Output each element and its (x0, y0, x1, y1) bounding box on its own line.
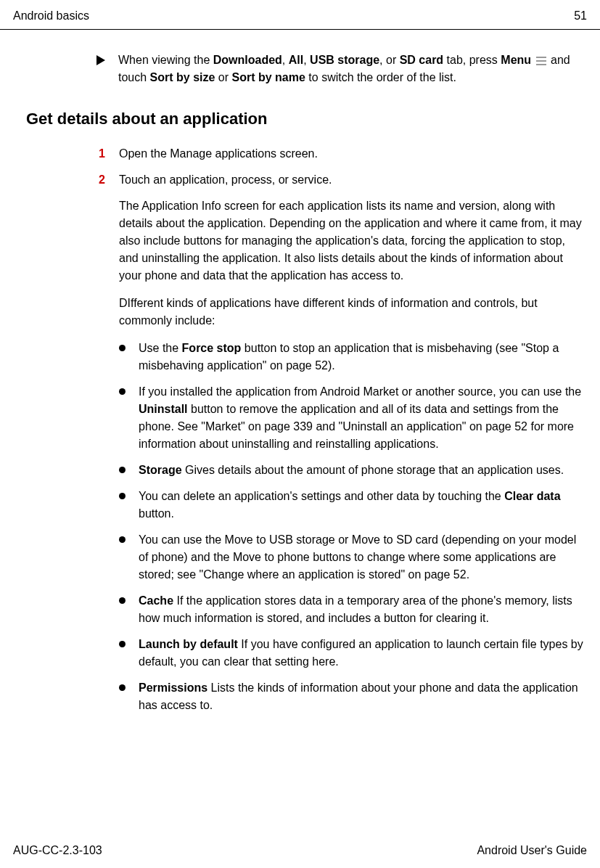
bullet-icon (119, 467, 126, 473)
text: If the application stores data in a temp… (139, 594, 572, 624)
bold-text: Storage (139, 464, 182, 476)
step-number: 1 (99, 145, 119, 163)
page-header: Android basics 51 (0, 0, 600, 30)
page-content: When viewing the Downloaded, All, USB st… (0, 30, 600, 714)
header-section: Android basics (13, 7, 89, 25)
text: to switch the order of the list. (305, 71, 456, 83)
tip-item: When viewing the Downloaded, All, USB st… (96, 52, 587, 86)
bullet-text: Cache If the application stores data in … (139, 592, 587, 627)
text: You can delete an application's settings… (139, 490, 504, 502)
text: , (282, 54, 289, 66)
step-1: 1 Open the Manage applications screen. (99, 145, 587, 163)
bold-text: SD card (400, 54, 443, 66)
text: , or (379, 54, 400, 66)
list-item: Storage Gives details about the amount o… (119, 462, 587, 479)
bullet-text: Use the Force stop button to stop an app… (139, 340, 587, 374)
bold-text: Sort by size (150, 71, 215, 83)
step-text: Open the Manage applications screen. (119, 145, 587, 163)
section-heading: Get details about an application (26, 107, 587, 131)
text: If you installed the application from An… (139, 385, 581, 398)
list-item: Launch by default If you have configured… (119, 636, 587, 671)
text: tab, press (443, 54, 501, 66)
bold-text: Downloaded (213, 54, 282, 66)
text: When viewing the (118, 54, 213, 66)
tip-text: When viewing the Downloaded, All, USB st… (118, 52, 587, 86)
paragraph: The Application Info screen for each app… (119, 197, 587, 284)
text: button. (139, 507, 174, 520)
bold-text: All (289, 54, 303, 66)
bullet-icon (119, 536, 126, 543)
bold-text: Launch by default (139, 638, 238, 650)
bold-text: Permissions (139, 681, 207, 694)
bullet-text: Storage Gives details about the amount o… (139, 462, 587, 479)
bullet-text: Permissions Lists the kinds of informati… (139, 679, 587, 714)
bold-text: Force stop (182, 342, 242, 354)
text: Use the (139, 342, 182, 354)
page-number: 51 (574, 7, 587, 25)
bullet-icon (119, 493, 126, 499)
bullet-icon (119, 684, 126, 691)
bold-text: Sort by name (232, 71, 305, 83)
list-item: You can use the Move to USB storage or M… (119, 531, 587, 584)
paragraph: DIfferent kinds of applications have dif… (119, 295, 587, 329)
list-item: Cache If the application stores data in … (119, 592, 587, 627)
menu-icon (536, 57, 546, 65)
step-number: 2 (99, 171, 119, 189)
list-item: If you installed the application from An… (119, 383, 587, 453)
bullet-icon (119, 388, 126, 395)
list-item: You can delete an application's settings… (119, 488, 587, 523)
bullet-text: If you installed the application from An… (139, 383, 587, 453)
text: , (303, 54, 310, 66)
step-2: 2 Touch an application, process, or serv… (99, 171, 587, 189)
bold-text: USB storage (310, 54, 379, 66)
bullet-text: You can use the Move to USB storage or M… (139, 531, 587, 584)
bold-text: Uninstall (139, 403, 188, 415)
page-footer: AUG-CC-2.3-103 Android User's Guide (13, 842, 587, 859)
bold-text: Clear data (504, 490, 560, 502)
bullet-text: Launch by default If you have configured… (139, 636, 587, 671)
text: You can use the Move to USB storage or M… (139, 533, 576, 581)
list-item: Use the Force stop button to stop an app… (119, 340, 587, 374)
bullet-list: Use the Force stop button to stop an app… (119, 340, 587, 714)
step-text: Touch an application, process, or servic… (119, 171, 587, 189)
bullet-icon (119, 641, 126, 647)
triangle-bullet-icon (96, 55, 105, 65)
list-item: Permissions Lists the kinds of informati… (119, 679, 587, 714)
bullet-icon (119, 345, 126, 351)
numbered-list: 1 Open the Manage applications screen. 2… (99, 145, 587, 189)
text: Gives details about the amount of phone … (182, 464, 564, 476)
bullet-text: You can delete an application's settings… (139, 488, 587, 523)
bold-text: Menu (501, 54, 531, 66)
document-id: AUG-CC-2.3-103 (13, 842, 102, 859)
document-title: Android User's Guide (477, 842, 587, 859)
text: or (215, 71, 231, 83)
bold-text: Cache (139, 594, 173, 607)
bullet-icon (119, 597, 126, 604)
text: button to remove the application and all… (139, 403, 574, 450)
